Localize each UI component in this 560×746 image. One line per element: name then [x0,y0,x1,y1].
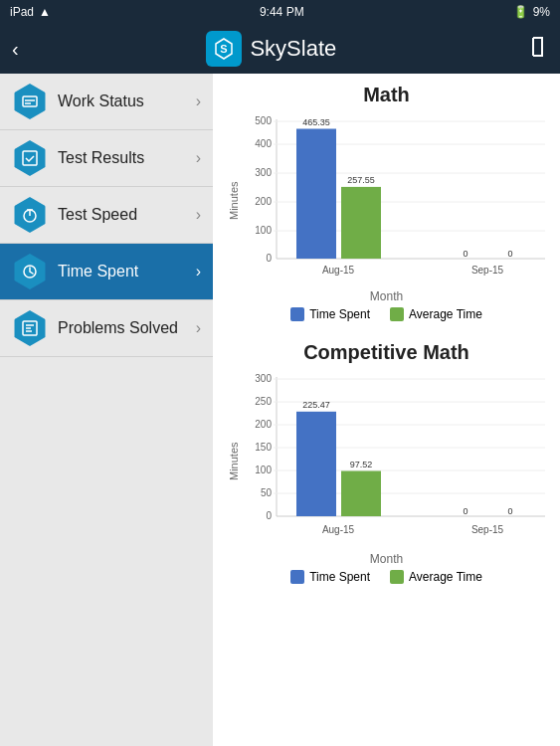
sidebar-item-time-spent[interactable]: Time Spent › [0,244,213,300]
back-button[interactable]: ‹ [12,38,19,61]
sidebar-label-time-spent: Time Spent [58,263,196,280]
ipad-label: iPad [10,5,34,19]
status-bar: iPad ▲ 9:44 PM 🔋 9% [0,0,560,24]
svg-text:100: 100 [255,465,272,475]
sidebar-label-work-status: Work Status [58,93,196,110]
legend-dot-blue [290,307,304,321]
main-layout: Work Status › Test Results › [0,74,560,746]
svg-text:50: 50 [261,487,273,498]
chevron-right-icon: › [196,206,201,224]
wifi-icon: ▲ [39,5,51,19]
math-x-axis-label: Month [228,289,545,303]
math-aug-avg-time-bar [341,187,381,259]
svg-text:400: 400 [255,138,272,149]
math-y-axis-label: Minutes [228,114,240,287]
test-results-icon [12,140,48,176]
app-header: ‹ S SkySlate [0,24,560,74]
svg-text:Aug-15: Aug-15 [322,265,355,276]
math-chart-title: Math [228,84,545,106]
svg-rect-1 [23,96,37,106]
legend-dot-green [390,307,404,321]
svg-text:465.35: 465.35 [302,117,330,127]
svg-text:100: 100 [255,225,272,236]
svg-text:Aug-15: Aug-15 [322,524,355,535]
legend-time-spent: Time Spent [290,307,370,321]
svg-text:0: 0 [463,506,467,516]
comp-math-legend: Time Spent Average Time [228,570,545,584]
sidebar: Work Status › Test Results › [0,74,213,746]
comp-math-aug-avg-bar [341,471,381,517]
problems-solved-icon [12,310,48,346]
legend-time-spent-2: Time Spent [290,570,370,584]
competitive-math-chart-section: Competitive Math Minutes 0 50 100 150 [228,341,545,584]
test-speed-icon [12,197,48,233]
app-logo: S SkySlate [206,31,336,67]
svg-text:Sep-15: Sep-15 [471,524,504,535]
math-legend: Time Spent Average Time [228,307,545,321]
sidebar-item-problems-solved[interactable]: Problems Solved › [0,300,213,357]
svg-text:97.52: 97.52 [350,460,373,469]
legend-avg-time: Average Time [390,307,482,321]
time-spent-icon [12,254,48,289]
math-chart-svg: 0 100 200 300 400 500 4 [242,114,550,283]
sidebar-label-test-speed: Test Speed [58,206,196,224]
svg-text:Sep-15: Sep-15 [471,265,504,276]
sidebar-label-test-results: Test Results [58,149,196,167]
svg-text:0: 0 [463,249,467,259]
svg-text:250: 250 [255,396,272,407]
chevron-right-icon: › [196,93,201,110]
chevron-right-icon: › [196,319,201,337]
comp-math-x-axis-label: Month [228,552,545,566]
svg-text:0: 0 [266,253,272,264]
comp-math-chart-svg: 0 50 100 150 200 250 300 [242,372,550,546]
legend-dot-green-2 [390,570,404,584]
time-display: 9:44 PM [260,5,304,19]
math-chart-section: Math Minutes 0 100 200 30 [228,84,545,321]
legend-dot-blue-2 [290,570,304,584]
svg-text:200: 200 [255,419,272,430]
legend-label-avg-time-2: Average Time [409,570,482,584]
battery-level: 9% [533,5,550,19]
svg-text:500: 500 [255,115,272,126]
svg-text:0: 0 [507,506,512,516]
comp-math-y-axis-label: Minutes [228,372,240,550]
content-area: Math Minutes 0 100 200 30 [213,74,560,746]
svg-text:0: 0 [266,510,272,521]
svg-text:257.55: 257.55 [347,175,375,185]
sidebar-label-problems-solved: Problems Solved [58,319,196,337]
work-status-icon [12,84,48,119]
legend-avg-time-2: Average Time [390,570,482,584]
sidebar-item-test-speed[interactable]: Test Speed › [0,187,213,244]
legend-label-time-spent: Time Spent [309,307,370,321]
sidebar-item-work-status[interactable]: Work Status › [0,74,213,130]
svg-text:150: 150 [255,442,272,453]
sidebar-item-test-results[interactable]: Test Results › [0,130,213,187]
forward-button[interactable] [524,35,548,64]
comp-math-aug-time-spent-bar [296,412,336,516]
chevron-right-icon-active: › [196,263,201,280]
svg-text:300: 300 [255,167,272,178]
legend-label-time-spent-2: Time Spent [309,570,370,584]
competitive-math-chart-title: Competitive Math [228,341,545,364]
math-aug-time-spent-bar [296,129,336,260]
app-name: SkySlate [250,36,336,62]
chevron-right-icon: › [196,149,201,167]
svg-rect-2 [23,151,37,165]
battery-icon: 🔋 [513,5,528,19]
logo-icon: S [206,31,242,67]
svg-text:300: 300 [255,373,272,384]
svg-text:200: 200 [255,196,272,207]
legend-label-avg-time: Average Time [409,307,482,321]
svg-text:S: S [221,43,228,55]
svg-text:225.47: 225.47 [302,400,330,410]
svg-text:0: 0 [507,249,512,259]
